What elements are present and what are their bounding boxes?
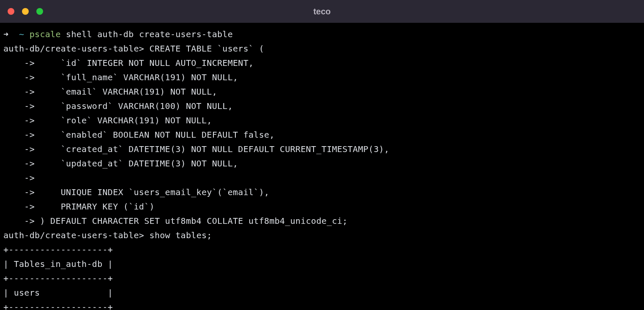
sql-statement: show tables; bbox=[150, 230, 212, 240]
prompt-arrow: ➜ bbox=[3, 29, 19, 39]
sql-line: PRIMARY KEY (`id`) bbox=[40, 201, 155, 212]
continuation-prompt: -> bbox=[3, 58, 40, 68]
continuation-prompt: -> bbox=[3, 216, 40, 226]
command-binary: pscale bbox=[30, 29, 61, 39]
sql-prompt: auth-db/create-users-table> bbox=[3, 44, 150, 54]
sql-line: `created_at` DATETIME(3) NOT NULL DEFAUL… bbox=[40, 144, 389, 154]
window-titlebar: teco bbox=[0, 0, 644, 23]
sql-line: ) DEFAULT CHARACTER SET utf8mb4 COLLATE … bbox=[40, 216, 347, 226]
prompt-tilde: ~ bbox=[19, 29, 30, 39]
command-args: shell auth-db create-users-table bbox=[61, 29, 233, 39]
continuation-prompt: -> bbox=[3, 87, 40, 97]
sql-line: `enabled` BOOLEAN NOT NULL DEFAULT false… bbox=[40, 130, 274, 140]
continuation-prompt: -> bbox=[3, 130, 40, 140]
continuation-prompt: -> bbox=[3, 101, 40, 111]
table-header: | Tables_in_auth-db | bbox=[3, 259, 113, 269]
maximize-window-button[interactable] bbox=[36, 8, 43, 15]
sql-line: UNIQUE INDEX `users_email_key`(`email`), bbox=[40, 187, 269, 197]
sql-line: `password` VARCHAR(100) NOT NULL, bbox=[40, 101, 233, 111]
window-title: teco bbox=[313, 4, 330, 19]
table-border: +-------------------+ bbox=[3, 245, 113, 255]
sql-line: `email` VARCHAR(191) NOT NULL, bbox=[40, 87, 217, 97]
table-border: +-------------------+ bbox=[3, 302, 113, 310]
continuation-prompt: -> bbox=[3, 173, 40, 183]
continuation-prompt: -> bbox=[3, 201, 40, 212]
continuation-prompt: -> bbox=[3, 158, 40, 169]
sql-line: `role` VARCHAR(191) NOT NULL, bbox=[40, 115, 212, 125]
close-window-button[interactable] bbox=[8, 8, 14, 15]
sql-line: `full_name` VARCHAR(191) NOT NULL, bbox=[40, 72, 238, 82]
continuation-prompt: -> bbox=[3, 115, 40, 125]
sql-prompt: auth-db/create-users-table> bbox=[3, 230, 150, 240]
table-border: +-------------------+ bbox=[3, 273, 113, 283]
continuation-prompt: -> bbox=[3, 72, 40, 82]
table-row: | users | bbox=[3, 288, 113, 298]
sql-statement: CREATE TABLE `users` ( bbox=[150, 44, 265, 54]
continuation-prompt: -> bbox=[3, 144, 40, 154]
traffic-lights bbox=[8, 8, 43, 15]
sql-line: `id` INTEGER NOT NULL AUTO_INCREMENT, bbox=[40, 58, 254, 68]
terminal-output[interactable]: ➜ ~ pscale shell auth-db create-users-ta… bbox=[0, 23, 644, 310]
sql-line: `updated_at` DATETIME(3) NOT NULL, bbox=[40, 158, 238, 169]
minimize-window-button[interactable] bbox=[22, 8, 29, 15]
continuation-prompt: -> bbox=[3, 187, 40, 197]
